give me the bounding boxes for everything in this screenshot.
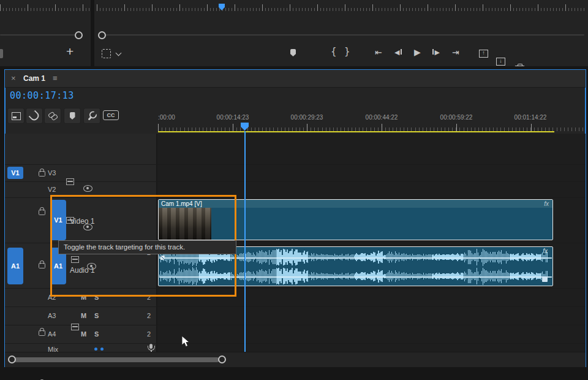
timeline-panel: × Cam 1 ≡ 00:00:17:13 CC :00:00 00:00:14… (5, 70, 586, 367)
solo-button[interactable]: S (94, 330, 99, 338)
top-monitor-section: + { } ⇤ ◀ ▶ ▶ ⇥ ↑ ↓ (0, 0, 588, 66)
row-separator (5, 181, 586, 182)
marker-icon (70, 112, 75, 120)
track-name-a4: A4 (48, 330, 56, 338)
mute-button[interactable]: M (81, 312, 86, 319)
add-marker-button-timeline[interactable] (64, 108, 81, 124)
source-patch-a1[interactable]: A1 (7, 248, 23, 284)
monitor-zoom-track[interactable] (102, 34, 584, 36)
play-button[interactable]: ▶ (414, 48, 421, 56)
snap-button[interactable] (26, 108, 43, 124)
monitor-ruler[interactable] (97, 4, 587, 11)
nest-icon (12, 112, 21, 120)
lock-icon[interactable] (39, 263, 45, 268)
lock-icon[interactable] (39, 330, 45, 336)
zoom-handle-left[interactable] (8, 355, 16, 363)
playhead-line[interactable] (244, 131, 246, 352)
lock-icon[interactable] (39, 210, 45, 215)
partial-tool-icon (0, 49, 3, 58)
extract-button[interactable]: ↓ (496, 58, 505, 66)
lock-icon[interactable] (39, 171, 45, 177)
eye-icon[interactable] (83, 185, 92, 192)
left-panel-ruler[interactable] (0, 4, 89, 11)
ruler-label: 00:01:14:22 (509, 114, 552, 121)
go-to-out-button[interactable]: ⇥ (452, 48, 459, 56)
row-separator (5, 306, 586, 307)
scrollbar-row (5, 352, 586, 367)
grid-overlay-icon[interactable] (102, 49, 111, 58)
premiere-workspace: + { } ⇤ ◀ ▶ ▶ ⇥ ↑ ↓ × Cam 1 ≡ (0, 0, 588, 380)
tooltip: Toggle the track targeting for this trac… (58, 240, 236, 254)
tab-title[interactable]: Cam 1 (23, 74, 45, 83)
track-name-a3: A3 (48, 312, 56, 319)
fx-badge[interactable]: fx (543, 248, 548, 254)
work-area-bar[interactable] (158, 131, 554, 132)
track-name-v2: V2 (48, 186, 56, 193)
ruler-label: 00:00:29:23 (285, 114, 328, 121)
step-back-button[interactable]: ◀ (394, 49, 402, 56)
panel-divider (91, 0, 94, 66)
meter-dot (100, 348, 104, 351)
mute-button[interactable]: M (81, 330, 86, 338)
wrench-icon (85, 109, 98, 122)
channel-count: 2 (147, 312, 151, 319)
solo-button[interactable]: S (94, 312, 99, 319)
time-ruler[interactable] (158, 124, 584, 131)
step-forward-button[interactable]: ▶ (432, 49, 440, 56)
lift-button[interactable]: ↑ (479, 50, 488, 58)
mark-out-button[interactable]: } (344, 47, 350, 56)
ruler-label: 00:00:14:23 (211, 114, 254, 121)
horizontal-scrollbar[interactable] (11, 357, 219, 362)
step-back-icon: ◀ (394, 48, 399, 56)
zoom-handle-right[interactable] (218, 355, 226, 363)
track-name-v3: V3 (48, 169, 56, 177)
fx-badge[interactable]: fx (544, 200, 549, 207)
ruler-label: :00:00 (158, 114, 183, 121)
step-forward-icon: ▶ (435, 48, 440, 56)
left-zoom-track[interactable] (0, 34, 76, 36)
channel-count: 2 (147, 330, 151, 338)
chevron-down-icon[interactable] (116, 50, 122, 56)
row-separator (5, 343, 586, 344)
timeline-tab-bar: × Cam 1 ≡ (5, 70, 586, 88)
link-icon (48, 113, 58, 120)
add-marker-button[interactable] (290, 49, 296, 56)
nest-toggle-button[interactable] (7, 108, 24, 124)
mouse-cursor (181, 335, 191, 351)
magnet-icon (28, 110, 40, 122)
ruler-label: 00:00:59:22 (435, 114, 478, 121)
panel-menu-icon[interactable]: ≡ (53, 74, 58, 83)
ruler-label: 00:00:44:22 (360, 114, 403, 121)
close-icon[interactable]: × (11, 74, 16, 83)
meter-dot (94, 348, 97, 351)
source-patch-v1[interactable]: V1 (7, 167, 23, 179)
playhead-timecode[interactable]: 00:00:17:13 (10, 90, 74, 101)
row-separator (5, 325, 586, 325)
left-zoom-handle[interactable] (75, 31, 83, 39)
clip-corner-badge (542, 276, 548, 282)
add-button[interactable]: + (66, 44, 74, 59)
sync-lock-icon[interactable] (71, 324, 79, 330)
captions-toggle-button[interactable]: CC (103, 110, 119, 120)
timeline-settings-button[interactable] (83, 108, 100, 124)
linked-selection-button[interactable] (44, 108, 61, 124)
monitor-zoom-handle[interactable] (98, 31, 106, 39)
go-to-in-button[interactable]: ⇤ (375, 48, 382, 56)
sync-lock-icon[interactable] (66, 178, 74, 185)
row-separator (5, 164, 586, 165)
voiceover-mic-icon[interactable] (149, 344, 153, 349)
mark-in-button[interactable]: { (331, 47, 337, 56)
